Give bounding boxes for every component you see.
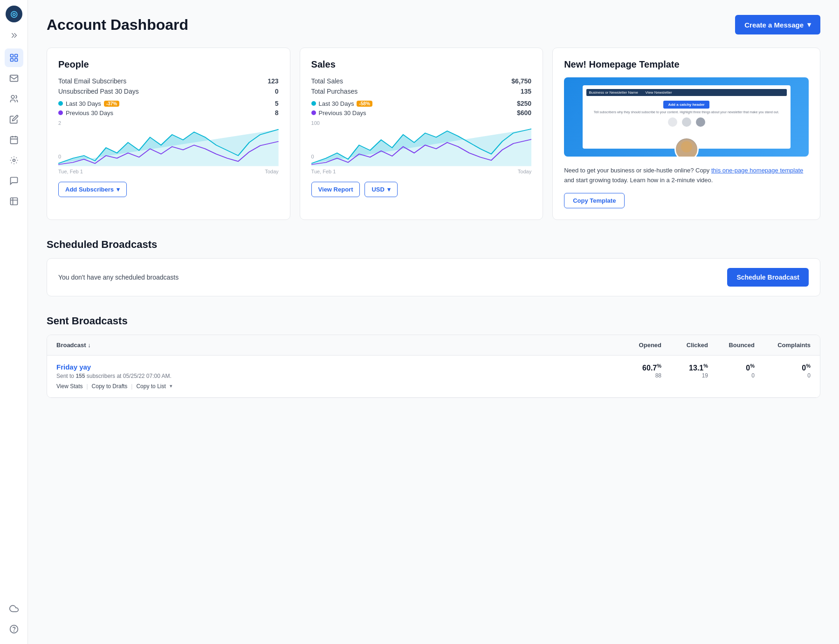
sent-section-title: Sent Broadcasts — [47, 315, 820, 327]
col-bounced: Bounced — [708, 342, 755, 349]
svg-point-5 — [11, 96, 14, 99]
cards-row: People Total Email Subscribers 123 Unsub… — [47, 48, 820, 220]
avatar-icon-1 — [667, 116, 678, 128]
teal-dot-icon — [58, 101, 63, 106]
broadcast-name-link[interactable]: Friday yay — [56, 363, 615, 371]
create-message-button[interactable]: Create a Message ▾ — [735, 15, 820, 34]
page-header: Account Dashboard Create a Message ▾ — [47, 15, 820, 34]
teal-dot-icon-sales — [311, 101, 316, 106]
sidebar-item-integration[interactable] — [5, 192, 23, 211]
broadcast-cell: Friday yay Sent to 155 subscribers at 05… — [56, 363, 615, 390]
template-link[interactable]: this one-page homepage template — [711, 167, 803, 174]
chevron-down-icon: ▾ — [117, 186, 120, 193]
sidebar-item-chat[interactable] — [5, 171, 23, 190]
complaints-cell: 0% 0 — [755, 363, 811, 379]
scheduled-empty-text: You don't have any scheduled broadcasts — [58, 274, 179, 281]
usd-button[interactable]: USD ▾ — [364, 182, 397, 197]
sidebar: ◎ — [0, 0, 28, 644]
copy-template-button[interactable]: Copy Template — [564, 193, 625, 208]
table-header: Broadcast ↓ Opened Clicked Bounced Compl… — [47, 335, 820, 356]
purple-dot-icon-sales — [311, 110, 316, 115]
people-card-title: People — [58, 59, 279, 70]
sidebar-item-mail[interactable] — [5, 69, 23, 88]
people-last30-row: Last 30 Days -37% 5 — [58, 100, 279, 107]
sales-chart: 100 0 — [311, 120, 532, 167]
sidebar-item-help[interactable] — [5, 620, 23, 638]
sidebar-item-edit[interactable] — [5, 110, 23, 129]
broadcast-actions: View Stats | Copy to Drafts | Copy to Li… — [56, 383, 615, 390]
template-preview-image: Business or Newsletter Name View Newslet… — [564, 77, 809, 157]
svg-rect-1 — [14, 55, 17, 57]
sales-last30-value: $250 — [517, 100, 531, 107]
people-prev30-value: 8 — [275, 109, 279, 116]
scheduled-section-title: Scheduled Broadcasts — [47, 239, 820, 251]
total-sales-label: Total Sales — [311, 77, 343, 85]
copy-to-list-link[interactable]: Copy to List — [136, 383, 165, 390]
sales-chart-y-bottom: 0 — [311, 154, 314, 159]
total-sales-value: $6,750 — [511, 77, 531, 85]
sales-chart-y-top: 100 — [311, 120, 320, 126]
view-report-button[interactable]: View Report — [311, 182, 360, 197]
total-purchases-label: Total Purchases — [311, 88, 358, 95]
svg-rect-6 — [10, 137, 17, 144]
opened-cell: 60.7% 88 — [615, 363, 661, 379]
svg-rect-4 — [10, 75, 18, 81]
template-description: Need to get your business or side-hustle… — [564, 166, 809, 185]
sidebar-item-automation[interactable] — [5, 151, 23, 170]
template-card-title: New! Homepage Template — [564, 59, 809, 70]
chevron-down-icon: ▾ — [807, 21, 811, 29]
chevron-down-icon-usd: ▾ — [387, 186, 391, 193]
schedule-broadcast-button[interactable]: Schedule Broadcast — [727, 268, 809, 287]
avatar-icon-2 — [681, 116, 692, 128]
col-clicked: Clicked — [661, 342, 708, 349]
sales-prev30-value: $600 — [517, 109, 531, 116]
sent-broadcasts-table: Broadcast ↓ Opened Clicked Bounced Compl… — [47, 335, 820, 398]
broadcast-meta: Sent to 155 subscribers at 05/25/22 07:0… — [56, 373, 615, 379]
sidebar-item-calendar[interactable] — [5, 130, 23, 149]
copy-to-drafts-link[interactable]: Copy to Drafts — [92, 383, 128, 390]
table-row: Friday yay Sent to 155 subscribers at 05… — [47, 356, 820, 397]
avatar-icon-3 — [695, 116, 706, 128]
unsub-row: Unsubscribed Past 30 Days 0 — [58, 88, 279, 95]
col-opened: Opened — [615, 342, 661, 349]
people-last30-value: 5 — [275, 100, 279, 107]
svg-rect-2 — [10, 59, 13, 62]
people-prev30-row: Previous 30 Days 8 — [58, 109, 279, 116]
unsub-value: 0 — [275, 88, 279, 95]
sales-card: Sales Total Sales $6,750 Total Purchases… — [300, 48, 543, 220]
view-stats-link[interactable]: View Stats — [56, 383, 83, 390]
sales-chart-dates: Tue, Feb 1 Today — [311, 169, 532, 174]
people-chart-dates: Tue, Feb 1 Today — [58, 169, 279, 174]
people-card-footer: Add Subscribers ▾ — [58, 182, 279, 197]
total-email-label: Total Email Subscribers — [58, 77, 126, 85]
chevron-down-icon-list: ▾ — [170, 383, 172, 389]
sidebar-logo: ◎ — [6, 6, 22, 22]
col-complaints: Complaints — [755, 342, 811, 349]
sales-card-title: Sales — [311, 59, 532, 70]
sales-prev30-row: Previous 30 Days $600 — [311, 109, 532, 116]
main-content: Account Dashboard Create a Message ▾ Peo… — [28, 0, 839, 644]
people-chart-y-top: 2 — [58, 120, 61, 126]
svg-point-9 — [14, 631, 14, 631]
template-card: New! Homepage Template Business or Newsl… — [552, 48, 820, 220]
sidebar-item-dashboard[interactable] — [5, 48, 23, 67]
sidebar-item-people[interactable] — [5, 89, 23, 108]
total-purchases-value: 135 — [521, 88, 531, 95]
scheduled-broadcasts-box: You don't have any scheduled broadcasts … — [47, 258, 820, 296]
svg-rect-3 — [14, 59, 17, 62]
page-title: Account Dashboard — [47, 16, 188, 34]
sales-last30-badge: -58% — [357, 101, 372, 107]
add-subscribers-button[interactable]: Add Subscribers ▾ — [58, 182, 127, 197]
people-chart-y-bottom: 0 — [58, 154, 61, 159]
svg-point-7 — [13, 159, 15, 162]
svg-rect-0 — [10, 55, 13, 57]
total-sales-row: Total Sales $6,750 — [311, 77, 532, 85]
total-purchases-row: Total Purchases 135 — [311, 88, 532, 95]
sidebar-item-cloud[interactable] — [5, 599, 23, 618]
people-card: People Total Email Subscribers 123 Unsub… — [47, 48, 290, 220]
col-broadcast: Broadcast ↓ — [56, 342, 615, 349]
sidebar-collapse-toggle[interactable] — [7, 28, 21, 43]
total-email-row: Total Email Subscribers 123 — [58, 77, 279, 85]
total-email-value: 123 — [268, 77, 278, 85]
people-chart: 2 0 — [58, 120, 279, 167]
